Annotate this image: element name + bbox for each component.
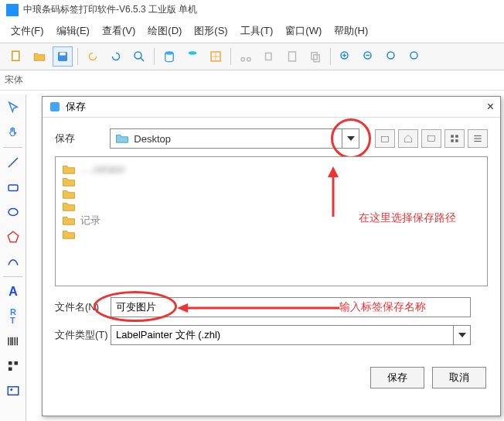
rect-tool-icon[interactable] [2,176,25,199]
hand-tool-icon[interactable] [2,121,25,144]
folder-icon [115,133,129,144]
chevron-down-icon[interactable] [342,129,359,148]
filetype-label: 文件类型(T) [55,328,111,342]
zoom-actual-icon[interactable] [405,46,425,67]
list-item [62,229,481,240]
select-tool-icon[interactable] [2,96,25,119]
list-item [62,189,481,200]
barcode-tool-icon[interactable] [2,330,25,353]
dialog-title: 保存 [66,100,487,114]
menu-tool[interactable]: 工具(T) [234,22,280,39]
link-db-icon[interactable] [182,46,203,67]
filetype-text: LabelPainter 文件 (.zhl) [111,328,453,342]
svg-marker-26 [8,231,19,242]
line-tool-icon[interactable] [2,151,25,174]
view-newfolder-icon[interactable] [421,129,441,148]
svg-rect-38 [381,137,388,142]
font-bar: 宋体 [0,70,504,91]
svg-rect-43 [455,139,458,142]
side-toolbar: A RT [0,94,26,421]
qrcode-tool-icon[interactable] [2,354,25,378]
view-grid-icon[interactable] [444,129,465,148]
svg-rect-41 [455,135,458,138]
menu-file[interactable]: 文件(F) [5,22,50,39]
paste-icon[interactable] [282,46,302,67]
svg-point-25 [9,209,18,216]
filename-label: 文件名(N) [55,300,111,314]
view-up-icon[interactable] [375,129,395,148]
menu-help[interactable]: 帮助(H) [328,22,374,39]
view-home-icon[interactable] [398,129,418,148]
new-file-icon[interactable] [6,46,26,67]
location-text: Desktop [134,133,342,145]
menu-draw[interactable]: 绘图(D) [141,22,188,39]
annotation-text-path: 在这里选择保存路径 [359,211,456,225]
svg-line-23 [9,158,18,167]
svg-point-6 [189,51,197,55]
save-button[interactable]: 保存 [370,367,424,388]
svg-rect-32 [9,361,12,365]
svg-marker-50 [177,303,188,313]
svg-rect-37 [50,102,60,111]
app-title-bar: 中琅条码标签打印软件-V6.5.3 工业版 单机 [0,0,504,19]
zoom-out-icon[interactable] [359,46,379,67]
table-icon[interactable] [206,46,226,67]
svg-point-21 [387,52,394,59]
dialog-icon [49,101,61,113]
menu-shape[interactable]: 图形(S) [188,22,233,39]
view-list-icon[interactable] [468,129,488,148]
app-icon [6,4,19,16]
save-dialog: 保存 × 保存 Desktop . ...istrator [42,96,501,416]
save-icon[interactable] [53,46,73,67]
duplicate-icon[interactable] [305,46,325,67]
richtext-tool-icon[interactable]: RT [2,305,25,328]
database-icon[interactable] [159,46,179,67]
svg-rect-39 [427,136,434,142]
font-name[interactable]: 宋体 [5,74,23,85]
filetype-combo[interactable]: LabelPainter 文件 (.zhl) [111,325,471,345]
annotation-text-name: 输入标签保存名称 [339,300,426,314]
cut-icon[interactable] [236,46,256,67]
svg-rect-34 [9,368,12,371]
svg-rect-2 [60,53,66,56]
zoom-in-icon[interactable] [335,46,356,67]
app-title: 中琅条码标签打印软件-V6.5.3 工业版 单机 [23,3,197,16]
svg-rect-24 [9,185,18,191]
svg-rect-12 [266,53,272,60]
copy-icon[interactable] [259,46,279,67]
svg-point-11 [247,58,251,62]
open-file-icon[interactable] [29,46,49,67]
ellipse-tool-icon[interactable] [2,200,25,224]
redo-icon[interactable] [106,46,126,67]
image-tool-icon[interactable] [2,379,25,402]
cancel-button[interactable]: 取消 [432,367,486,388]
curve-tool-icon[interactable] [2,250,25,273]
svg-rect-0 [12,51,19,60]
zoom-fit-icon[interactable] [382,46,402,67]
polygon-tool-icon[interactable] [2,225,25,248]
menu-window[interactable]: 窗口(W) [279,22,328,39]
svg-marker-48 [328,166,339,177]
svg-rect-33 [15,361,19,365]
svg-rect-42 [451,139,454,142]
menu-edit[interactable]: 编辑(E) [50,22,96,39]
svg-point-5 [165,51,174,55]
svg-rect-35 [8,387,19,395]
svg-point-36 [10,388,12,391]
chevron-down-icon[interactable] [453,326,470,344]
text-tool-icon[interactable]: A [2,280,25,303]
menu-view[interactable]: 查看(V) [96,22,141,39]
file-list[interactable]: . ...istrator 记录 在这里选择保存路径 [55,156,488,286]
svg-point-10 [241,58,245,62]
annotation-arrow-name [177,303,339,313]
preview-icon[interactable] [129,46,149,67]
undo-icon[interactable] [83,46,103,67]
close-icon[interactable]: × [487,100,494,114]
svg-rect-13 [289,52,296,61]
svg-rect-40 [451,135,454,138]
dialog-titlebar: 保存 × [43,97,500,118]
location-combo[interactable]: Desktop [110,128,359,149]
main-toolbar [0,43,504,70]
svg-line-4 [141,58,145,62]
svg-point-22 [410,52,417,59]
